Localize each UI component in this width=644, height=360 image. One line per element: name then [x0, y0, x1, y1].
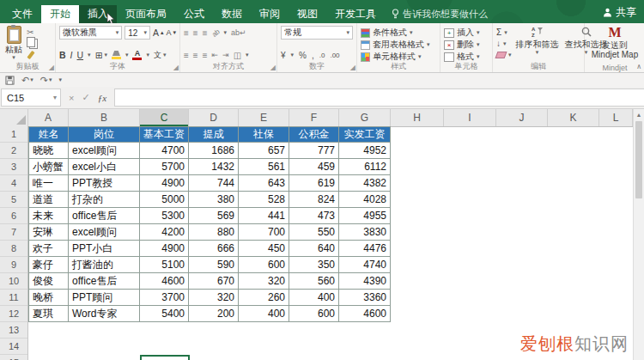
send-to-mindjet-button[interactable]: M 发送到Mindjet Map — [590, 26, 640, 62]
cell-C12[interactable]: 5400 — [140, 306, 189, 322]
row-header-3[interactable]: 3 — [0, 159, 27, 175]
select-all-corner[interactable] — [0, 109, 28, 126]
sort-filter-button[interactable]: A Z 排序和筛选 ▾ — [514, 26, 561, 62]
cell-C9[interactable]: 5100 — [140, 257, 189, 273]
cell-E8[interactable]: 450 — [239, 241, 289, 257]
cell-C11[interactable]: 3700 — [140, 290, 189, 306]
row-header-7[interactable]: 7 — [0, 224, 27, 241]
column-header-H[interactable]: H — [391, 109, 444, 126]
cell-A2[interactable]: 晓晓 — [28, 143, 69, 159]
cell-D3[interactable]: 1432 — [189, 159, 239, 175]
cell-F8[interactable]: 640 — [289, 241, 339, 257]
delete-cells-button[interactable]: × 删除 ▾ — [444, 39, 489, 51]
comma-style-button[interactable]: , — [312, 51, 314, 60]
cell-E7[interactable]: 700 — [239, 224, 289, 241]
grow-font-button[interactable]: A▴ — [153, 27, 164, 38]
cell-F4[interactable]: 619 — [289, 175, 339, 192]
cell-G12[interactable]: 4600 — [339, 306, 391, 322]
cell-A12[interactable]: 夏琪 — [28, 306, 69, 322]
format-as-table-button[interactable]: 套用表格格式 ▾ — [361, 39, 436, 51]
format-painter-button[interactable] — [27, 50, 38, 61]
cell-E2[interactable]: 657 — [239, 143, 289, 159]
cell-F10[interactable]: 560 — [289, 273, 339, 290]
tab-文件[interactable]: 文件 — [3, 5, 41, 23]
cell-B7[interactable]: excel顾问 — [69, 224, 140, 241]
row-header-12[interactable]: 12 — [0, 306, 27, 322]
confirm-entry-button[interactable]: ✓ — [82, 92, 89, 103]
cell-B5[interactable]: 打杂的 — [69, 192, 140, 208]
column-header-D[interactable]: D — [189, 109, 239, 126]
cell-A1[interactable]: 姓名 — [28, 126, 69, 143]
borders-button[interactable]: ⊞▾ — [95, 50, 107, 60]
merge-center-button[interactable]: ◫ — [234, 51, 241, 60]
cell-A11[interactable]: 晚桥 — [28, 290, 69, 306]
cell-D4[interactable]: 744 — [189, 175, 239, 192]
cell-C7[interactable]: 4200 — [140, 224, 189, 241]
cell-E10[interactable]: 320 — [239, 273, 289, 290]
tab-数据[interactable]: 数据 — [213, 5, 251, 23]
cell-A6[interactable]: 未来 — [28, 208, 69, 224]
column-header-L[interactable]: L — [599, 109, 633, 126]
decrease-decimal-button[interactable]: .00 — [330, 52, 339, 59]
cell-B6[interactable]: office售后 — [69, 208, 140, 224]
cell-C3[interactable]: 5700 — [140, 159, 189, 175]
cell-G4[interactable]: 4382 — [339, 175, 391, 192]
dialog-launcher-icon[interactable]: ◢ — [49, 64, 54, 71]
clear-button[interactable]: ▾ — [496, 50, 512, 61]
align-right-button[interactable]: ≡ — [203, 51, 208, 60]
cell-D12[interactable]: 200 — [189, 306, 239, 322]
tab-开发工具[interactable]: 开发工具 — [326, 5, 385, 23]
selected-cell-outline[interactable] — [140, 355, 190, 360]
cell-G7[interactable]: 3830 — [339, 224, 391, 241]
increase-decimal-button[interactable]: .0 — [319, 52, 325, 59]
underline-button[interactable]: U — [77, 50, 84, 60]
row-header-9[interactable]: 9 — [0, 257, 27, 273]
cell-G8[interactable]: 4476 — [339, 241, 391, 257]
cell-D10[interactable]: 670 — [189, 273, 239, 290]
row-header-4[interactable]: 4 — [0, 175, 27, 192]
decrease-indent-button[interactable]: ⇤ — [212, 51, 219, 59]
cell-A5[interactable]: 道道 — [28, 192, 69, 208]
cell-E12[interactable]: 400 — [239, 306, 289, 322]
wrap-text-button[interactable]: ab↵ — [231, 28, 246, 37]
column-header-F[interactable]: F — [289, 109, 339, 126]
tab-公式[interactable]: 公式 — [175, 5, 213, 23]
cell-F7[interactable]: 550 — [289, 224, 339, 241]
shrink-font-button[interactable]: A▾ — [166, 28, 176, 37]
conditional-formatting-button[interactable]: 条件格式 ▾ — [361, 27, 436, 39]
tab-页面布局[interactable]: 页面布局 — [117, 5, 175, 23]
column-header-J[interactable]: J — [496, 109, 548, 126]
copy-button[interactable] — [27, 38, 38, 49]
cell-F12[interactable]: 600 — [289, 306, 339, 322]
vertical-scrollbar[interactable]: ▲ — [633, 109, 644, 360]
cell-A9[interactable]: 豪仔 — [28, 257, 69, 273]
cell-C6[interactable]: 5300 — [140, 208, 189, 224]
cell-E11[interactable]: 260 — [239, 290, 289, 306]
dialog-launcher-icon[interactable]: ◢ — [270, 64, 276, 71]
redo-button[interactable]: ↷▾ — [40, 75, 52, 85]
cell-C10[interactable]: 4600 — [140, 273, 189, 290]
row-header-1[interactable]: 1 — [0, 126, 27, 143]
row-header-10[interactable]: 10 — [0, 273, 27, 290]
cell-F6[interactable]: 473 — [289, 208, 339, 224]
cell-B9[interactable]: 打酱油的 — [69, 257, 140, 273]
cell-A4[interactable]: 唯一 — [28, 175, 69, 192]
cell-C8[interactable]: 4900 — [140, 241, 189, 257]
paste-button[interactable]: 粘贴 ▾ — [3, 26, 24, 62]
align-middle-button[interactable]: ≡ — [193, 28, 198, 38]
dialog-launcher-icon[interactable]: ◢ — [350, 64, 355, 71]
row-header-5[interactable]: 5 — [0, 192, 27, 208]
cell-F3[interactable]: 459 — [289, 159, 339, 175]
cell-G6[interactable]: 4955 — [339, 208, 391, 224]
tab-开始[interactable]: 开始 — [41, 5, 79, 23]
cell-D9[interactable]: 590 — [189, 257, 239, 273]
cell-G11[interactable]: 3360 — [339, 290, 391, 306]
collapse-ribbon-button[interactable]: ∧ — [636, 63, 641, 70]
align-center-button[interactable]: ≡ — [193, 51, 198, 60]
column-header-A[interactable]: A — [28, 109, 69, 126]
tab-审阅[interactable]: 审阅 — [251, 5, 289, 23]
align-bottom-button[interactable]: ≡ — [203, 28, 208, 38]
name-box[interactable]: C15 ▾ — [1, 88, 61, 107]
orientation-button[interactable]: ab — [210, 27, 222, 39]
cell-G3[interactable]: 6112 — [339, 159, 391, 175]
